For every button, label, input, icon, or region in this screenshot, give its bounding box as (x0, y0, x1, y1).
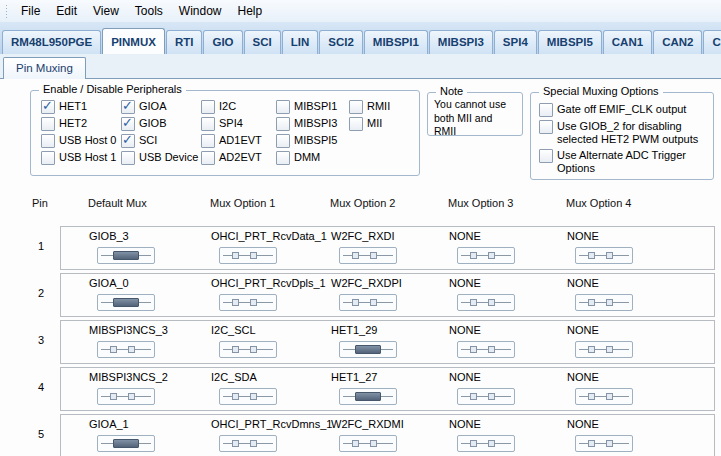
mux-selector[interactable] (219, 388, 277, 405)
mux-option-label: NONE (567, 324, 599, 336)
tab-spi4[interactable]: SPI4 (494, 30, 537, 54)
menu-help[interactable]: Help (230, 2, 271, 20)
mux-option-label: W2FC_RXDPI (331, 277, 402, 289)
mux-selector[interactable] (219, 341, 277, 358)
mux-option-label: NONE (449, 230, 481, 242)
tab-mibspi1[interactable]: MIBSPI1 (364, 30, 428, 54)
pin-number: 5 (30, 428, 52, 440)
note-line-2: both MII and RMII (434, 112, 516, 139)
checkbox-label: AD2EVT (219, 151, 262, 164)
mux-selector[interactable] (219, 247, 277, 264)
checkbox-usb-device[interactable]: USB Device (121, 151, 198, 165)
checkbox-usb-host-0[interactable]: USB Host 0 (41, 134, 116, 148)
checkbox-label: AD1EVT (219, 134, 262, 147)
checkbox-giob[interactable]: GIOB (121, 117, 167, 131)
mux-selector[interactable] (575, 247, 633, 264)
tab-mibspi5[interactable]: MIBSPI5 (538, 30, 602, 54)
mux-selector[interactable] (457, 341, 515, 358)
tab-sci[interactable]: SCI (244, 30, 281, 54)
mux-selector[interactable] (575, 435, 633, 452)
tab-gio[interactable]: GIO (203, 30, 242, 54)
tab-pin-muxing[interactable]: Pin Muxing (3, 57, 86, 79)
checkbox-label: MII (367, 117, 382, 130)
checkbox-dmm[interactable]: DMM (276, 151, 320, 165)
mux-selector[interactable] (457, 247, 515, 264)
checkbox-label: USB Host 0 (59, 134, 116, 147)
checkbox-gioa[interactable]: GIOA (121, 100, 167, 114)
checkbox-sci[interactable]: SCI (121, 134, 157, 148)
checkbox-usb-host-1[interactable]: USB Host 1 (41, 151, 116, 165)
mux-selector[interactable] (97, 294, 155, 311)
slider-mark (488, 440, 495, 447)
checkbox-giob2-het2-pwm[interactable]: Use GIOB_2 for disabling selected HET2 P… (539, 120, 699, 146)
checkbox-mibspi5[interactable]: MIBSPI5 (276, 134, 337, 148)
mux-selector[interactable] (575, 294, 633, 311)
slider-mark (606, 440, 613, 447)
menu-edit[interactable]: Edit (48, 2, 85, 20)
tab-lin[interactable]: LIN (282, 30, 319, 54)
mux-option-label: GIOB_3 (89, 230, 129, 242)
tab-rti[interactable]: RTI (166, 30, 203, 54)
tab-can1[interactable]: CAN1 (603, 30, 652, 54)
tab-sci2[interactable]: SCI2 (319, 30, 363, 54)
mux-selector[interactable] (457, 294, 515, 311)
menu-view[interactable]: View (85, 2, 127, 20)
mux-selector[interactable] (339, 294, 397, 311)
slider-mark (470, 299, 477, 306)
mux-selector[interactable] (339, 435, 397, 452)
menu-file[interactable]: File (13, 2, 48, 20)
slider-mark (606, 252, 613, 259)
menu-bar: File Edit View Tools Window Help (0, 0, 721, 22)
tab-mibspi3[interactable]: MIBSPI3 (429, 30, 493, 54)
checkbox-ad2evt[interactable]: AD2EVT (201, 151, 262, 165)
checkbox-i2c[interactable]: I2C (201, 100, 236, 114)
mux-selector[interactable] (339, 247, 397, 264)
mux-selector[interactable] (97, 388, 155, 405)
slider-mark (588, 393, 595, 400)
mux-selector[interactable] (575, 388, 633, 405)
mux-selector[interactable] (97, 341, 155, 358)
mux-selector[interactable] (97, 247, 155, 264)
checkbox-label: HET2 (59, 117, 87, 130)
mux-selector[interactable] (219, 294, 277, 311)
checkbox-gate-emif-clk[interactable]: Gate off EMIF_CLK output (539, 103, 686, 117)
mux-option-label: NONE (449, 418, 481, 430)
peripherals-groupbox-title: Enable / Disable Peripherals (39, 83, 186, 95)
checkbox-het2[interactable]: HET2 (41, 117, 87, 131)
mux-option-label: GIOA_0 (89, 277, 129, 289)
checkbox-label: MIBSPI3 (294, 117, 337, 130)
mux-selector[interactable] (575, 341, 633, 358)
mux-selector[interactable] (219, 435, 277, 452)
checkbox-mii[interactable]: MII (349, 117, 382, 131)
checkbox-mibspi3[interactable]: MIBSPI3 (276, 117, 337, 131)
mux-selector[interactable] (457, 388, 515, 405)
mux-selector[interactable] (339, 341, 397, 358)
tab-pinmux[interactable]: PINMUX (102, 28, 165, 54)
checkbox-alt-adc-trigger[interactable]: Use Alternate ADC Trigger Options (539, 149, 699, 175)
tab-can2[interactable]: CAN2 (653, 30, 702, 54)
pin-row-2: GIOA_0 OHCI_PRT_RcvDpls_1 W2FC_RXDPI NON… (60, 273, 715, 317)
mux-selector[interactable] (97, 435, 155, 452)
checkbox-label: I2C (219, 100, 236, 113)
slider-mark (606, 299, 613, 306)
checkbox-ad1evt[interactable]: AD1EVT (201, 134, 262, 148)
slider-mark (250, 346, 257, 353)
checkbox-rmii[interactable]: RMII (349, 100, 390, 114)
slider-mark (370, 299, 377, 306)
slider-track (461, 349, 511, 350)
mux-selector[interactable] (457, 435, 515, 452)
slider-mark (352, 252, 359, 259)
tab-rm48l950pge[interactable]: RM48L950PGE (2, 30, 101, 54)
checkbox-box (201, 134, 215, 148)
checkbox-spi4[interactable]: SPI4 (201, 117, 243, 131)
checkbox-het1[interactable]: HET1 (41, 100, 87, 114)
slider-track (101, 349, 151, 350)
checkbox-mibspi1[interactable]: MIBSPI1 (276, 100, 337, 114)
menu-tools[interactable]: Tools (127, 2, 171, 20)
mux-selector[interactable] (339, 388, 397, 405)
slider-mark (470, 440, 477, 447)
col-header-mux-option-4: Mux Option 4 (566, 197, 631, 209)
tab-can3[interactable]: CAN3 (703, 30, 721, 54)
mux-option-label: MIBSPI3NCS_3 (89, 324, 168, 336)
menu-window[interactable]: Window (171, 2, 230, 20)
